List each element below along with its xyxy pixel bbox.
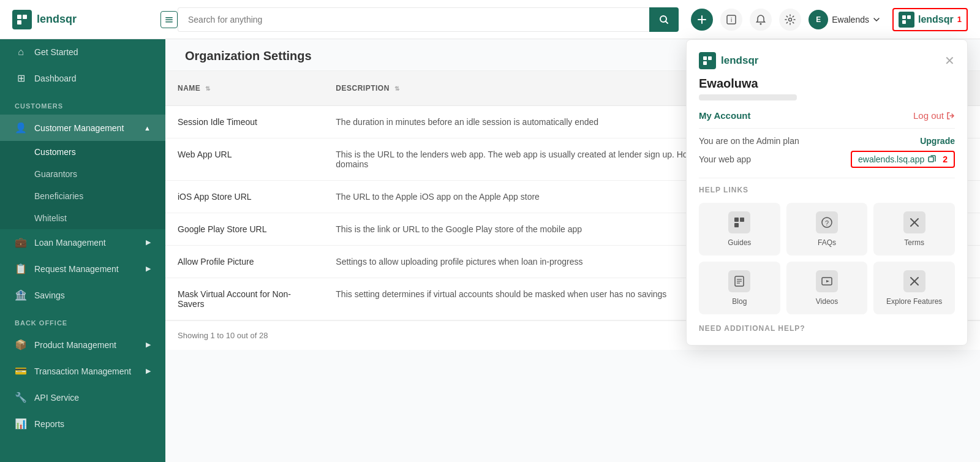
help-icon-5 — [903, 270, 925, 292]
sidebar-item-customer-management[interactable]: 👤 Customer Management ▲ — [0, 115, 165, 141]
help-label-0: Guides — [728, 238, 751, 247]
help-item-guides[interactable]: Guides — [699, 203, 780, 256]
svg-point-13 — [789, 18, 792, 21]
dropdown-links: My Account Log out — [699, 110, 955, 121]
col-name: NAME ⇅ — [165, 71, 323, 106]
help-label-2: Terms — [904, 238, 924, 247]
sidebar-label-api-service: API Service — [34, 393, 79, 403]
sidebar-subitem-whitelist[interactable]: Whitelist — [0, 207, 165, 229]
sidebar-item-get-started[interactable]: ⌂ Get Started — [0, 39, 165, 65]
logo-icon — [12, 10, 32, 29]
sidebar-label-reports: Reports — [34, 419, 64, 429]
help-item-explore-features[interactable]: Explore Features — [873, 262, 955, 314]
search-button[interactable] — [649, 7, 679, 32]
help-item-terms[interactable]: Terms — [873, 203, 955, 256]
dropdown-logo-icon — [699, 52, 716, 69]
search-input[interactable] — [178, 7, 649, 32]
sidebar-label-transaction-management: Transaction Management — [34, 366, 131, 376]
svg-rect-4 — [165, 19, 173, 20]
sidebar-toggle-button[interactable] — [160, 11, 178, 28]
sidebar-subitem-customers[interactable]: Customers — [0, 141, 165, 163]
svg-rect-20 — [929, 157, 933, 162]
dropdown-close-button[interactable]: ✕ — [944, 53, 955, 68]
sidebar-item-api-service[interactable]: 🔧 API Service — [0, 384, 165, 411]
customer-management-icon: 👤 — [15, 122, 27, 134]
product-management-icon: 📦 — [15, 339, 27, 350]
add-button[interactable] — [691, 9, 713, 31]
logout-button[interactable]: Log out — [913, 110, 955, 121]
sidebar-subitem-beneficiaries[interactable]: Beneficiaries — [0, 185, 165, 207]
dashboard-icon: ⊞ — [15, 72, 27, 84]
help-item-blog[interactable]: Blog — [699, 262, 780, 314]
topbar-actions: i E Ewalends lendsqr 1 — [691, 8, 968, 31]
sidebar-item-request-management[interactable]: 📋 Request Management ▶ — [0, 256, 165, 282]
chevron-up-icon: ▲ — [144, 124, 151, 132]
dropdown-divider-1 — [699, 128, 955, 129]
logo-text: lendsqr — [37, 13, 77, 26]
topbar: lendsqr i — [0, 0, 980, 39]
user-menu-button[interactable]: E Ewalends — [809, 10, 880, 29]
sort-description-icon[interactable]: ⇅ — [394, 85, 400, 92]
help-icon-2 — [903, 211, 925, 233]
sidebar-item-product-management[interactable]: 📦 Product Management ▶ — [0, 331, 165, 358]
svg-rect-0 — [17, 15, 21, 19]
svg-marker-33 — [826, 280, 829, 282]
svg-rect-16 — [902, 20, 906, 24]
webapp-label: Your web app — [699, 154, 751, 164]
svg-rect-15 — [907, 15, 911, 19]
need-help-title: NEED ADDITIONAL HELP? — [699, 324, 955, 333]
svg-text:?: ? — [825, 219, 829, 227]
transaction-management-icon: 💳 — [15, 365, 27, 377]
savings-icon: 🏦 — [15, 289, 27, 301]
svg-rect-14 — [902, 15, 906, 19]
help-label-4: Videos — [816, 297, 838, 306]
upgrade-link[interactable]: Upgrade — [920, 136, 955, 146]
sidebar-item-loan-management[interactable]: 💼 Loan Management ▶ — [0, 229, 165, 256]
sidebar-item-transaction-management[interactable]: 💳 Transaction Management ▶ — [0, 358, 165, 384]
webapp-url: ewalends.lsq.app — [858, 154, 924, 164]
dropdown-logo: lendsqr — [699, 52, 758, 69]
cell-name: Session Idle Timeout — [165, 106, 323, 138]
sidebar-subitem-guarantors[interactable]: Guarantors — [0, 163, 165, 185]
svg-point-12 — [760, 23, 762, 25]
api-service-icon: 🔧 — [15, 392, 27, 403]
sidebar-label-get-started: Get Started — [34, 47, 78, 57]
col-name-label: NAME — [178, 84, 200, 93]
cell-name: Web App URL — [165, 138, 323, 181]
help-item-videos[interactable]: Videos — [786, 262, 868, 314]
sidebar-item-dashboard[interactable]: ⊞ Dashboard — [0, 65, 165, 91]
webapp-value-box[interactable]: ewalends.lsq.app 2 — [851, 151, 955, 168]
section-label-customers: CUSTOMERS — [0, 91, 165, 115]
dropdown-header: lendsqr ✕ — [699, 52, 955, 69]
my-account-link[interactable]: My Account — [699, 110, 750, 121]
plan-text: You are on the Admin plan — [699, 136, 799, 146]
settings-button[interactable] — [779, 9, 801, 31]
help-item-faqs[interactable]: ? FAQs — [786, 203, 868, 256]
topbar-logo-area: lendsqr — [12, 10, 178, 29]
svg-rect-2 — [17, 20, 21, 25]
notifications-button[interactable] — [750, 9, 772, 31]
user-avatar: E — [809, 10, 828, 29]
dropdown-email-bar — [699, 94, 797, 100]
help-label-3: Blog — [732, 297, 747, 306]
svg-line-7 — [666, 21, 668, 23]
help-button[interactable]: i — [720, 9, 742, 31]
svg-rect-22 — [740, 218, 744, 222]
cell-name: iOS App Store URL — [165, 181, 323, 213]
sort-name-icon[interactable]: ⇅ — [205, 85, 211, 92]
help-links-title: HELP LINKS — [699, 186, 955, 194]
help-icon-1: ? — [816, 211, 838, 233]
svg-rect-18 — [708, 56, 712, 60]
cell-name: Google Play Store URL — [165, 213, 323, 246]
svg-rect-5 — [165, 21, 173, 23]
sidebar-item-reports[interactable]: 📊 Reports — [0, 411, 165, 437]
sidebar-label-customer-management: Customer Management — [34, 123, 124, 133]
badge-2: 2 — [943, 154, 948, 164]
chevron-right-icon4: ▶ — [146, 367, 151, 375]
sidebar-item-savings[interactable]: 🏦 Savings — [0, 282, 165, 308]
request-management-icon: 📋 — [15, 263, 27, 275]
brand-logo-icon — [899, 12, 914, 28]
chevron-right-icon3: ▶ — [146, 341, 151, 349]
dropdown-plan-row: You are on the Admin plan Upgrade — [699, 136, 955, 146]
help-icon-4 — [816, 270, 838, 292]
